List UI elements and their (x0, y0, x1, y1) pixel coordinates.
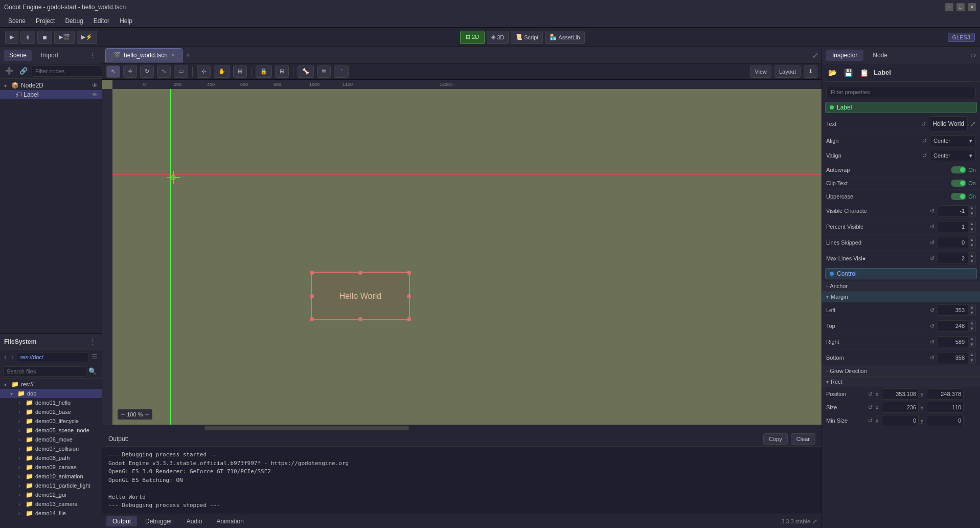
tool-pan[interactable]: ✋ (214, 65, 230, 78)
tab-close-button[interactable]: ✕ (171, 52, 175, 58)
close-button[interactable]: ✕ (968, 3, 976, 11)
fs-search-button[interactable]: 🔍 (86, 366, 99, 376)
prop-position-x-input[interactable] (882, 388, 919, 400)
prop-margin-right-input[interactable] (938, 336, 968, 347)
fs-dots-button[interactable]: ⋮ (88, 337, 98, 346)
label-vis-icon[interactable]: 👁 (92, 92, 98, 98)
prop-visible-char-reset[interactable]: ↺ (929, 208, 936, 214)
fs-item-demo02[interactable]: › 📁 demo02_base (0, 407, 102, 416)
menu-project[interactable]: Project (32, 16, 59, 26)
tab-import[interactable]: Import (36, 50, 63, 61)
fs-search-input[interactable] (3, 366, 86, 377)
prop-max-lines-input[interactable] (938, 253, 968, 264)
prop-size-y-input[interactable] (927, 402, 964, 413)
prop-max-lines-reset[interactable]: ↺ (929, 255, 936, 262)
tool-select[interactable]: ↖ (106, 65, 120, 78)
tree-item-label[interactable]: 🏷 Label 👁 (0, 90, 102, 99)
play-custom-button[interactable]: ▶⚡ (77, 31, 97, 44)
prop-min-size-reset[interactable]: ↺ (867, 417, 874, 424)
stepper-up-margin-top[interactable]: ▲ (968, 320, 975, 326)
stepper-down-margin-bottom[interactable]: ▼ (968, 358, 975, 363)
minimize-button[interactable]: ─ (945, 3, 953, 11)
fs-item-demo12[interactable]: › 📁 demo12_gui (0, 490, 102, 499)
assetlib-button[interactable]: 🏪 AssetLib (545, 31, 584, 44)
fs-item-demo05[interactable]: › 📁 demo05_scene_node (0, 426, 102, 435)
prop-min-size-y-input[interactable] (927, 415, 964, 426)
output-tab-animation[interactable]: Animation (210, 516, 249, 526)
handle-top-left[interactable] (310, 271, 314, 275)
handle-bottom-center[interactable] (358, 317, 362, 321)
tool-scale[interactable]: ⤡ (157, 65, 171, 78)
menu-debug[interactable]: Debug (61, 16, 87, 26)
viewport[interactable]: 0 200 400 600 800 1000 1100 1200▷ (102, 80, 822, 425)
prop-text-reset[interactable]: ↺ (920, 121, 927, 127)
fs-item-demo10[interactable]: › 📁 demo10_animation (0, 472, 102, 481)
zoom-out-button[interactable]: − (121, 410, 125, 419)
prop-align-dropdown[interactable]: Center ▾ (930, 135, 976, 146)
prop-lines-skipped-reset[interactable]: ↺ (929, 239, 936, 246)
viewport-hscrollbar[interactable] (102, 425, 822, 431)
play-scene-button[interactable]: ▶🎬 (54, 31, 75, 44)
prop-text-expand[interactable]: ⤢ (970, 120, 976, 128)
prop-margin-left-reset[interactable]: ↺ (929, 307, 936, 314)
fs-item-demo08[interactable]: › 📁 demo08_path (0, 453, 102, 463)
prop-percent-visible-reset[interactable]: ↺ (929, 224, 936, 230)
prop-margin-top-reset[interactable]: ↺ (929, 323, 936, 329)
stepper-up-lines[interactable]: ▲ (968, 237, 975, 243)
layout-button[interactable]: Layout (774, 65, 801, 78)
prop-autowrap-toggle[interactable]: On (951, 166, 976, 173)
prop-text-value[interactable]: Hello World (929, 116, 968, 131)
stepper-down-visible-char[interactable]: ▼ (968, 211, 975, 216)
fs-back-button[interactable]: ‹ (2, 352, 8, 362)
inspector-prev-button[interactable]: ‹ (970, 51, 972, 59)
stepper-up-margin-bottom[interactable]: ▲ (968, 352, 975, 358)
inspector-tab-inspector[interactable]: Inspector (826, 50, 863, 61)
prop-align-reset[interactable]: ↺ (921, 138, 928, 144)
prop-grow-direction-section[interactable]: › Grow Direction (822, 366, 980, 377)
stepper-down-percent[interactable]: ▼ (968, 227, 975, 232)
handle-bottom-left[interactable] (310, 317, 314, 321)
inspector-open-button[interactable]: 📂 (826, 68, 839, 78)
menu-help[interactable]: Help (116, 16, 136, 26)
prop-size-reset[interactable]: ↺ (867, 404, 874, 411)
menu-editor[interactable]: Editor (89, 16, 113, 26)
play-button[interactable]: ▶ (5, 31, 18, 44)
stepper-down-margin-left[interactable]: ▼ (968, 310, 975, 316)
prop-margin-top-input[interactable] (938, 320, 968, 332)
prop-clip-text-toggle[interactable]: On (951, 180, 976, 187)
filter-nodes-input[interactable] (32, 65, 102, 77)
prop-lines-skipped-input[interactable] (938, 237, 968, 248)
pause-button[interactable]: ⏸ (20, 31, 35, 44)
script-button[interactable]: 📜 Script (511, 31, 543, 44)
prop-size-x-input[interactable] (882, 402, 919, 413)
expand-output-btn[interactable]: ⤢ (812, 518, 817, 525)
output-tab-debugger[interactable]: Debugger (139, 516, 178, 526)
prop-margin-bottom-input[interactable] (938, 352, 968, 363)
tool-rect[interactable]: ▭ (174, 65, 188, 78)
stepper-up-visible-char[interactable]: ▲ (968, 205, 975, 211)
fs-item-demo09[interactable]: › 📁 demo09_canvas (0, 463, 102, 472)
scene-add-button[interactable]: ➕ (3, 66, 15, 76)
fs-item-demo01[interactable]: › 📁 demo01_hello (0, 398, 102, 407)
tab-expand-button[interactable]: ⤢ (812, 51, 818, 59)
prop-visible-char-input[interactable] (938, 205, 968, 216)
stepper-up-percent[interactable]: ▲ (968, 221, 975, 227)
zoom-in-button[interactable]: + (145, 410, 149, 419)
inspector-next-button[interactable]: › (974, 51, 976, 59)
prop-margin-right-reset[interactable]: ↺ (929, 339, 936, 345)
fs-item-demo03[interactable]: › 📁 demo03_lifecycle (0, 416, 102, 426)
stepper-up-margin-left[interactable]: ▲ (968, 304, 975, 310)
prop-margin-bottom-reset[interactable]: ↺ (929, 355, 936, 361)
clear-button[interactable]: Clear (791, 433, 815, 445)
inspector-save-button[interactable]: 💾 (842, 68, 855, 78)
stepper-down-margin-top[interactable]: ▼ (968, 326, 975, 332)
handle-top-center[interactable] (358, 271, 362, 275)
fs-item-doc[interactable]: ▾ 📁 doc (0, 389, 102, 398)
stepper-up-margin-right[interactable]: ▲ (968, 336, 975, 342)
prop-position-y-input[interactable] (927, 388, 964, 400)
view-button[interactable]: View (750, 65, 771, 78)
prop-percent-visible-input[interactable] (938, 221, 968, 232)
fs-item-demo07[interactable]: › 📁 demo07_collision (0, 444, 102, 453)
inspector-tab-node[interactable]: Node (867, 50, 894, 61)
tool-pivot[interactable]: ⊹ (197, 65, 211, 78)
